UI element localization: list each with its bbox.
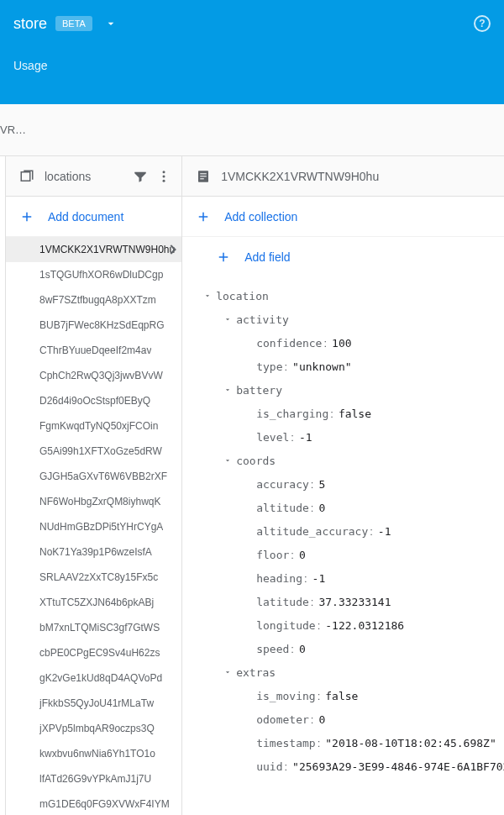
document-item[interactable]: gK2vGe1kUd8qD4AQVoPd	[6, 665, 181, 691]
expand-arrow-icon	[239, 358, 256, 375]
tree-row[interactable]: confidence:100	[182, 331, 504, 355]
tree-row[interactable]: activity	[182, 308, 504, 331]
tree-row[interactable]: timestamp:2018-08-10T18:02:45.698Z	[182, 731, 504, 755]
document-id: jXPVp5lmbqAR9oczps3Q	[39, 723, 155, 734]
collection-icon	[19, 169, 34, 184]
document-id: CThrBYuueDqeeIf2m4av	[39, 344, 151, 356]
document-id: G5Ai99h1XFTXoGze5dRW	[39, 445, 162, 457]
tree-row[interactable]: is_charging:false	[182, 402, 504, 425]
field-value: 0	[318, 713, 325, 726]
tree-row[interactable]: longitude:-122.0312186	[182, 613, 504, 637]
expand-arrow-icon	[239, 570, 256, 586]
tree-row[interactable]: uuid:25693A29-3E99-4846-974E-6A1BF702135…	[182, 755, 504, 778]
document-id: 1VMCKK2X1VRWTNW9H0hu	[39, 244, 175, 255]
tree-row[interactable]: type:unknown	[182, 355, 504, 378]
expand-arrow-icon[interactable]	[219, 381, 236, 398]
filter-icon[interactable]	[133, 169, 148, 184]
add-document-button[interactable]: Add document	[6, 197, 181, 237]
field-value: 2018-08-10T18:02:45.698Z	[325, 737, 496, 749]
document-item[interactable]: lfATd26G9vYPkAmJ1j7U	[6, 766, 181, 791]
document-id: XTtuTC5ZXJN64b6pkABj	[39, 597, 154, 608]
document-item[interactable]: G5Ai99h1XFTXoGze5dRW	[6, 439, 181, 464]
tree-row[interactable]: speed:0	[182, 637, 504, 660]
document-item[interactable]: 8wF7SZtfbugqA8pXXTzm	[6, 287, 181, 313]
chevron-down-icon[interactable]	[102, 15, 119, 32]
document-item[interactable]: XTtuTC5ZXJN64b6pkABj	[6, 590, 181, 615]
field-key: accuracy	[256, 478, 309, 491]
document-item[interactable]: NUdHmGBzDPi5tYHrCYgA	[6, 514, 181, 539]
add-field-button[interactable]: Add field	[182, 237, 504, 277]
document-item[interactable]: mG1DE6q0FG9XVWxF4IYM	[6, 791, 181, 815]
document-item[interactable]: GJGH5aGXvT6W6VBB2rXF	[6, 464, 181, 489]
document-item[interactable]: cbPE0CPgEC9Sv4uH62zs	[6, 640, 181, 665]
document-id: D26d4i9oOcStspf0EByQ	[39, 395, 150, 407]
header-tabs: Usage	[0, 47, 504, 84]
document-item[interactable]: FgmKwqdTyNQ50xjFCOin	[6, 413, 181, 439]
document-item[interactable]: kwxbvu6nwNia6Yh1TO1o	[6, 741, 181, 766]
tree-row[interactable]: accuracy:5	[182, 472, 504, 496]
document-item[interactable]: jXPVp5lmbqAR9oczps3Q	[6, 716, 181, 741]
field-value: -1	[312, 572, 326, 585]
tree-row[interactable]: is_moving:false	[182, 684, 504, 707]
tree-row[interactable]: level:-1	[182, 425, 504, 449]
field-key: speed	[256, 643, 289, 655]
tree-row[interactable]: coords	[182, 449, 504, 472]
tree-row[interactable]: floor:0	[182, 543, 504, 566]
expand-arrow-icon[interactable]	[219, 664, 236, 681]
document-item[interactable]: SRLAAV2zXxTC8y15Fx5c	[6, 565, 181, 590]
expand-arrow-icon	[239, 640, 256, 657]
more-vert-icon[interactable]	[156, 169, 171, 184]
document-item[interactable]: bM7xnLTQMiSC3gf7GtWS	[6, 615, 181, 640]
document-id: NF6WoHbgZxrQM8iyhwqK	[39, 496, 160, 507]
document-id: jFkkbS5QyJoU41rMLaTw	[39, 697, 154, 709]
field-key: type	[256, 360, 282, 373]
expand-arrow-icon	[239, 546, 256, 563]
breadcrumb-text[interactable]: VR…	[0, 124, 26, 136]
field-key: uuid	[256, 760, 282, 773]
document-item[interactable]: NoK71Ya39p1P6wzeIsfA	[6, 539, 181, 565]
document-item[interactable]: 1VMCKK2X1VRWTNW9H0hu	[6, 237, 181, 262]
document-item[interactable]: jFkkbS5QyJoU41rMLaTw	[6, 691, 181, 716]
svg-point-0	[163, 171, 165, 173]
expand-arrow-icon	[239, 593, 256, 610]
expand-arrow-icon[interactable]	[219, 452, 236, 469]
expand-arrow-icon[interactable]	[219, 311, 236, 328]
document-list[interactable]: 1VMCKK2X1VRWTNW9H0hu1sTQGUfhXOR6wDluDCgp…	[6, 237, 181, 815]
tab-usage[interactable]: Usage	[0, 47, 60, 84]
tree-row[interactable]: odometer:0	[182, 707, 504, 731]
field-key: longitude	[256, 619, 315, 632]
document-id: NUdHmGBzDPi5tYHrCYgA	[39, 521, 163, 533]
svg-point-1	[163, 175, 165, 177]
document-item[interactable]: BUB7jFWec8KHzSdEqpRG	[6, 313, 181, 338]
field-value: 100	[332, 337, 351, 350]
expand-arrow-icon[interactable]	[199, 287, 216, 304]
expand-arrow-icon	[239, 334, 256, 351]
tree-row[interactable]: altitude_accuracy:-1	[182, 519, 504, 543]
tree-row[interactable]: battery	[182, 378, 504, 402]
document-item[interactable]: NF6WoHbgZxrQM8iyhwqK	[6, 489, 181, 514]
expand-arrow-icon	[239, 523, 256, 539]
document-id: BUB7jFWec8KHzSdEqpRG	[39, 319, 165, 331]
field-tree[interactable]: locationactivityconfidence:100type:unkno…	[182, 277, 504, 815]
fields-panel-title: 1VMCKK2X1VRWTNW9H0hu	[221, 170, 504, 183]
document-id: SRLAAV2zXxTC8y15Fx5c	[39, 571, 158, 583]
document-item[interactable]: 1sTQGUfhXOR6wDluDCgp	[6, 262, 181, 287]
field-key: location	[216, 290, 269, 302]
plus-icon	[19, 209, 34, 224]
add-collection-button[interactable]: Add collection	[182, 197, 504, 237]
plus-icon	[216, 250, 231, 265]
field-value: -1	[299, 431, 312, 444]
expand-arrow-icon	[239, 734, 256, 751]
svg-rect-5	[200, 176, 207, 176]
tree-row[interactable]: altitude:0	[182, 496, 504, 519]
document-item[interactable]: CphCh2RwQ3Qj3jwvBVvW	[6, 363, 181, 388]
document-item[interactable]: D26d4i9oOcStspf0EByQ	[6, 388, 181, 413]
field-value: false	[325, 690, 358, 702]
help-icon[interactable]: ?	[474, 15, 491, 32]
tree-row[interactable]: location	[182, 284, 504, 308]
tree-row[interactable]: heading:-1	[182, 566, 504, 590]
document-item[interactable]: CThrBYuueDqeeIf2m4av	[6, 338, 181, 363]
tree-row[interactable]: latitude:37.33233141	[182, 590, 504, 613]
tree-row[interactable]: extras	[182, 660, 504, 684]
field-value: unknown	[292, 360, 351, 373]
